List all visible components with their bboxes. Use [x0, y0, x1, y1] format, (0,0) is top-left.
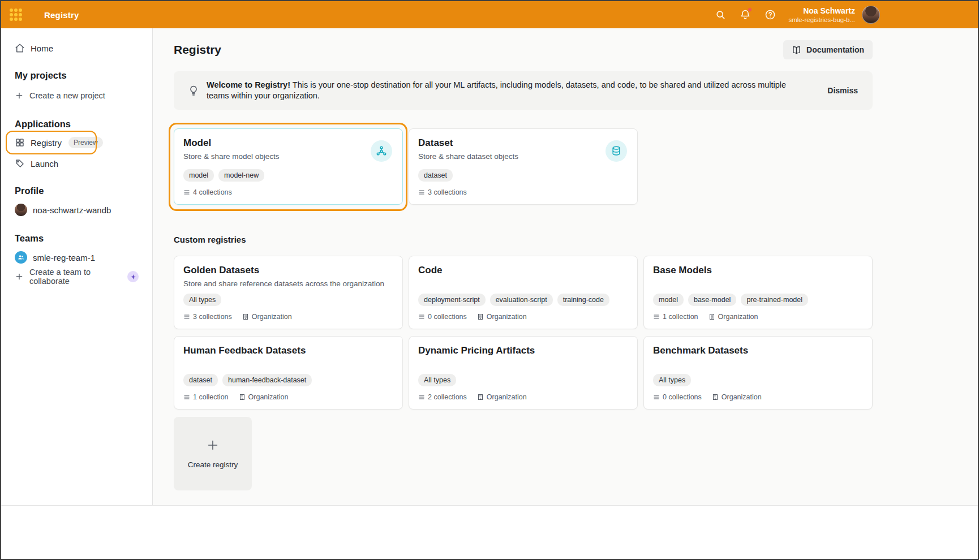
- card-description: Store & share dataset objects: [418, 152, 628, 162]
- tag: human-feedback-dataset: [222, 374, 312, 386]
- create-registry-button[interactable]: Create registry: [174, 417, 252, 490]
- registry-card-dataset[interactable]: Dataset Store & share dataset objects da…: [409, 128, 638, 205]
- sidebar-item-label: Launch: [31, 159, 58, 169]
- collections-list-icon: [653, 394, 660, 400]
- card-description: Store & share model objects: [183, 152, 393, 162]
- tag: model: [653, 294, 684, 306]
- tag: All types: [418, 374, 456, 386]
- plus-icon: [207, 439, 219, 451]
- registry-card-model[interactable]: Model Store & share model objects model …: [174, 128, 403, 205]
- page-title: Registry: [174, 43, 221, 57]
- registry-card-dynamic-pricing-artifacts[interactable]: Dynamic Pricing Artifacts All types 2 co…: [409, 336, 638, 410]
- collections-list-icon: [418, 313, 425, 320]
- visibility-scope: Organization: [477, 393, 527, 401]
- user-name: Noa Schwartz: [788, 6, 855, 16]
- tag: All types: [183, 294, 221, 306]
- collections-count: 1 collection: [183, 393, 229, 401]
- card-tags: dataset: [418, 169, 628, 182]
- organization-icon: [712, 394, 719, 400]
- sidebar-item-launch[interactable]: Launch: [1, 154, 152, 173]
- sidebar-item-registry[interactable]: Registry Preview: [1, 131, 152, 154]
- create-project-button[interactable]: Create a new project: [1, 86, 152, 105]
- notification-dot: [748, 7, 752, 12]
- sidebar-item-label: Registry: [31, 138, 62, 148]
- notifications-bell-icon[interactable]: [737, 7, 753, 23]
- registry-card-golden-datasets[interactable]: Golden Datasets Store and share referenc…: [174, 256, 403, 329]
- welcome-banner-title: Welcome to Registry!: [207, 80, 290, 89]
- collections-count: 2 collections: [418, 393, 467, 401]
- collections-list-icon: [183, 189, 190, 196]
- organization-icon: [239, 394, 246, 400]
- wandb-logo[interactable]: [9, 8, 23, 21]
- organization-icon: [477, 313, 484, 320]
- sidebar-item-profile[interactable]: noa-schwartz-wandb: [1, 201, 152, 218]
- registry-card-base-models[interactable]: Base Models model base-model pre-trained…: [643, 256, 873, 329]
- create-team-label: Create a team to collaborate: [29, 268, 118, 286]
- create-project-label: Create a new project: [29, 91, 105, 100]
- dismiss-button[interactable]: Dismiss: [827, 86, 858, 95]
- collections-count: 3 collections: [183, 313, 232, 321]
- registry-card-code[interactable]: Code deployment-script evaluation-script…: [409, 256, 638, 329]
- sidebar-item-team[interactable]: smle-reg-team-1: [1, 249, 152, 266]
- card-tags: model model-new: [183, 169, 393, 182]
- custom-registries-header: Custom registries: [174, 234, 873, 245]
- tag: deployment-script: [418, 294, 486, 306]
- user-avatar[interactable]: [862, 6, 880, 24]
- card-tags: All types: [183, 294, 393, 306]
- card-description: Store and share reference datasets acros…: [183, 279, 393, 289]
- welcome-banner-body: This is your one-stop destination for al…: [207, 80, 786, 100]
- collections-list-icon: [653, 313, 660, 320]
- card-title: Golden Datasets: [183, 264, 393, 277]
- documentation-button[interactable]: Documentation: [783, 40, 873, 59]
- team-people-icon: [15, 251, 27, 264]
- plus-icon: [15, 272, 24, 281]
- collections-count: 4 collections: [183, 188, 232, 196]
- create-team-button[interactable]: Create a team to collaborate: [1, 268, 152, 285]
- help-icon[interactable]: [762, 7, 778, 23]
- user-text: Noa Schwartz smle-registries-bug-b...: [788, 6, 855, 24]
- card-title: Benchmark Datasets: [653, 344, 863, 357]
- sidebar-item-label: Home: [31, 44, 53, 53]
- organization-icon: [709, 313, 715, 320]
- sidebar-header-applications: Applications: [1, 117, 152, 131]
- sidebar-header-profile: Profile: [1, 183, 152, 198]
- topbar-app-title: Registry: [44, 10, 79, 20]
- registry-card-human-feedback-datasets[interactable]: Human Feedback Datasets dataset human-fe…: [174, 336, 403, 410]
- visibility-scope: Organization: [239, 393, 289, 401]
- card-tags: All types: [653, 374, 863, 386]
- main-content: Registry Documentation Welcome to Regist…: [153, 28, 978, 505]
- collaborate-badge-icon: [127, 271, 139, 282]
- tag: evaluation-script: [490, 294, 553, 306]
- registry-card-benchmark-datasets[interactable]: Benchmark Datasets All types 0 collectio…: [643, 336, 873, 410]
- registry-grid-icon: [15, 137, 25, 148]
- custom-registries-grid: Golden Datasets Store and share referenc…: [174, 256, 873, 410]
- card-title: Model: [183, 137, 393, 149]
- sidebar: Home My projects Create a new project Ap…: [1, 28, 153, 505]
- collections-list-icon: [418, 189, 425, 196]
- card-title: Dataset: [418, 137, 628, 149]
- visibility-scope: Organization: [709, 313, 758, 321]
- user-org: smle-registries-bug-b...: [788, 16, 855, 24]
- collections-count: 1 collection: [653, 313, 698, 321]
- launch-tag-icon: [15, 158, 25, 169]
- organization-icon: [242, 313, 249, 320]
- create-registry-label: Create registry: [188, 460, 238, 469]
- welcome-banner: Welcome to Registry! This is your one-st…: [174, 71, 873, 110]
- team-name: smle-reg-team-1: [33, 253, 95, 262]
- tag: dataset: [183, 374, 218, 386]
- lightbulb-icon: [188, 85, 199, 96]
- card-tags: All types: [418, 374, 628, 386]
- sidebar-header-teams: Teams: [1, 231, 152, 245]
- search-icon[interactable]: [712, 7, 728, 23]
- sidebar-item-home[interactable]: Home: [1, 37, 152, 59]
- tag: All types: [653, 374, 691, 386]
- documentation-label: Documentation: [806, 45, 864, 54]
- collections-list-icon: [183, 394, 190, 400]
- collections-list-icon: [418, 394, 425, 400]
- card-tags: model base-model pre-trained-model: [653, 294, 863, 306]
- app-window: Registry Noa Schwartz smle-registries-bu…: [0, 0, 979, 560]
- collections-count: 0 collections: [653, 393, 702, 401]
- tag: training-code: [557, 294, 609, 306]
- user-menu[interactable]: Noa Schwartz smle-registries-bug-b...: [788, 6, 880, 24]
- tag: model-new: [218, 169, 264, 182]
